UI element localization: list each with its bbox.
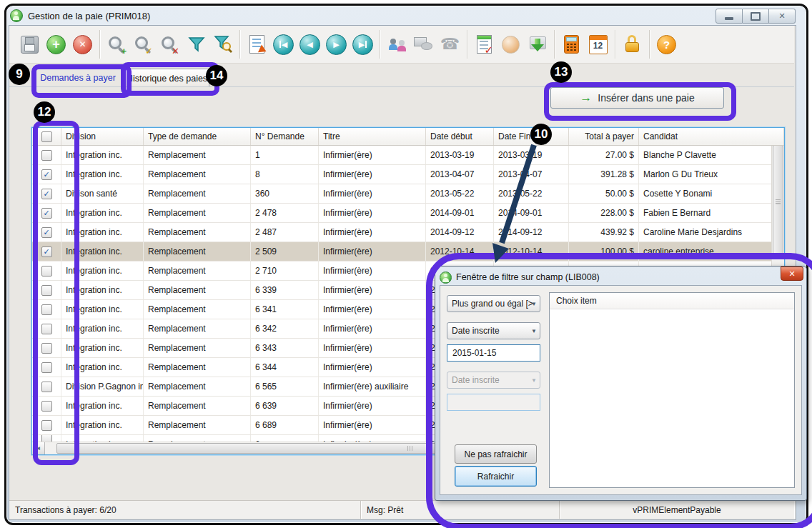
table-row[interactable]: ✓Divison santéRemplacement360Infirmier(è… [32,184,772,204]
delete-icon: ✕ [73,35,92,54]
cell-titre: Infirmier(ère) [319,416,426,434]
search-remove-icon: ✕ [160,35,179,54]
cell-type: Remplacement [144,281,251,299]
calculator-button[interactable] [558,29,585,60]
cell-num: 6 341 [251,300,319,319]
row-checkbox[interactable] [41,324,52,334]
history-button[interactable] [497,29,524,60]
save-button[interactable] [16,29,43,60]
tasks-button[interactable]: ✓ [471,29,497,60]
dialog-body: Plus grand ou égal [> Date inscrite 2015… [440,285,802,495]
row-checkbox[interactable] [41,285,52,296]
scroll-left-icon[interactable]: ◄ [32,442,45,454]
message-button[interactable] [410,29,437,60]
contacts-button[interactable] [384,29,410,60]
cell-num: 360 [251,184,319,203]
help-icon: ? [657,35,676,54]
table-row[interactable]: ✓Intégration inc.Remplacement2 509Infirm… [32,242,772,261]
row-checkbox[interactable] [41,382,52,392]
import-button[interactable] [524,29,550,60]
no-refresh-button[interactable]: Ne pas rafraichir [455,444,537,464]
table-row[interactable]: Intégration inc.Remplacement1Infirmier(è… [32,146,772,165]
row-checkbox[interactable] [41,362,52,373]
filter-button[interactable] [183,29,209,60]
table-row[interactable]: ✓Intégration inc.Remplacement2 478Infirm… [32,204,772,223]
minimize-button[interactable] [716,9,743,24]
cell-type: Remplacement [144,300,251,319]
row-checkbox[interactable] [41,435,52,442]
cell-titre: Infirmier(ère) [319,146,426,164]
column-header-debut[interactable]: Date début [426,128,494,145]
cell-titre: Infirmier(ère) [319,261,426,280]
cell-division: Intégration inc. [61,416,144,434]
row-checkbox[interactable]: ✓ [41,227,52,238]
search-remove-button[interactable]: ✕ [157,29,183,60]
next-record-button[interactable]: ▶ [323,29,350,60]
column-header-titre[interactable]: Titre [319,128,426,145]
phone-button[interactable]: ☎ [437,29,463,60]
row-checkbox[interactable] [41,150,52,161]
filter-value-input[interactable]: 2015-01-15 [447,344,540,362]
table-row[interactable]: ✓Intégration inc.Remplacement8Infirmier(… [32,165,772,184]
cell-num: 6 [251,435,319,442]
filter-dialog: Fenêtre de filtre sur champ (LIB008) ✕ P… [435,266,807,501]
first-record-button[interactable]: ◀ [270,29,297,60]
add-icon: + [46,35,66,54]
row-checkbox[interactable] [41,266,52,277]
column-header-num[interactable]: N° Demande [251,128,319,145]
vertical-scrollbar-thumb[interactable] [773,145,783,257]
search-check-button[interactable]: ✓ [130,29,157,60]
filter-advanced-button[interactable] [209,29,236,60]
cell-debut: 2014-09-01 [426,204,494,222]
cell-titre: Infirmier(ère) [319,223,426,241]
cell-num: 6 342 [251,319,319,338]
lock-button[interactable] [619,29,645,60]
row-checkbox[interactable] [41,343,52,354]
cell-titre: Infirmier(ère) [319,242,426,261]
tasks-icon: ✓ [477,35,492,54]
cell-division: Intégration inc. [61,204,144,222]
search-add-button[interactable]: + [104,29,130,60]
cell-type: Remplacement [144,358,251,377]
row-checkbox[interactable]: ✓ [41,246,52,257]
filter-icon [188,36,205,53]
row-checkbox[interactable]: ✓ [41,189,52,199]
dialog-close-button[interactable]: ✕ [781,267,803,281]
row-checkbox[interactable]: ✓ [41,208,52,219]
row-checkbox[interactable] [41,401,52,412]
add-button[interactable]: + [43,29,69,60]
row-checkbox[interactable] [41,304,52,315]
cell-num: 2 487 [251,223,319,241]
calendar-button[interactable] [585,29,611,60]
previous-record-button[interactable]: ◀ [297,29,323,60]
field-dropdown[interactable]: Date inscrite [447,322,540,339]
message-icon [414,36,434,52]
table-row[interactable]: ✓Intégration inc.Remplacement2 487Infirm… [32,223,772,242]
close-button[interactable]: ✕ [769,9,796,24]
title-bar: Gestion de la paie (PRIM018) [10,8,710,24]
history-icon [502,36,520,54]
row-checkbox[interactable] [41,420,52,431]
column-header-total[interactable]: Total à payer [569,128,639,145]
select-all-checkbox[interactable] [41,131,52,142]
tab-historique-des-paies[interactable]: Historique des paies [124,69,209,87]
help-button[interactable]: ? [653,29,680,60]
record-select-button[interactable] [244,29,270,60]
cell-type: Remplacement [144,165,251,184]
choice-list[interactable]: Choix item [549,292,795,488]
cell-division: Intégration inc. [61,242,144,261]
column-header-candidat[interactable]: Candidat [639,128,784,145]
refresh-button[interactable]: Rafraichir [455,466,537,487]
last-record-button[interactable]: ▶ [350,29,376,60]
delete-button[interactable]: ✕ [69,29,96,60]
cell-division: Intégration inc. [61,281,144,299]
callout-badge-14: 14 [206,65,227,86]
insert-into-pay-button[interactable]: → Insérer dans une paie [550,87,724,109]
tab-demandes-a-payer[interactable]: Demandes à payer [36,69,120,86]
row-checkbox[interactable]: ✓ [41,169,52,180]
column-header-type[interactable]: Type de demande [144,128,251,145]
cell-type: Remplacement [144,146,251,164]
column-header-division[interactable]: Division [61,128,144,145]
maximize-button[interactable] [743,9,769,24]
operator-dropdown[interactable]: Plus grand ou égal [> [447,295,540,312]
